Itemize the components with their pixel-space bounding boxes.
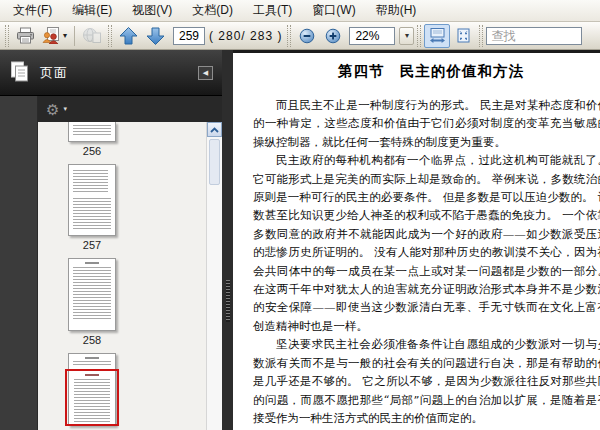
thumbnail-text-lines xyxy=(73,170,108,194)
thumbnail-heading-line xyxy=(85,357,99,359)
thumbnails-list: 256 257 258 xyxy=(38,122,222,430)
paragraph: 民主政府的每种机构都有一个临界点，过此这机构可能就乱了。它可能形式上是完美的而实… xyxy=(253,151,600,335)
menu-bar: 文件(F) 编辑(E) 视图(V) 文档(D) 工具(T) 窗口(W) 帮助(H… xyxy=(0,0,600,22)
toolbar-drag-grip[interactable] xyxy=(479,25,483,47)
menu-document[interactable]: 文档(D) xyxy=(182,0,243,22)
thumbnail-text-lines xyxy=(73,361,111,367)
panel-splitter[interactable] xyxy=(222,50,233,430)
main-area: 页面 ◀ ⚙ ▾ 256 xyxy=(0,50,600,430)
scrollbar-thumb[interactable] xyxy=(209,139,220,185)
thumbnail-text-lines xyxy=(73,125,111,137)
thumbnails-options-bar: ⚙ ▾ xyxy=(38,96,222,122)
gear-icon[interactable]: ⚙ xyxy=(46,102,59,117)
zoom-out-button[interactable] xyxy=(294,24,320,48)
options-caret-icon[interactable]: ▾ xyxy=(63,105,67,113)
pages-panel-body: ⚙ ▾ 256 257 xyxy=(0,96,222,430)
fit-width-icon xyxy=(429,27,446,44)
thumbnail-heading-line xyxy=(85,374,99,376)
thumbnail-column: 256 257 258 xyxy=(68,122,116,426)
review-share-button[interactable]: ▾ xyxy=(38,24,70,48)
toolbar: ▾ xyxy=(0,22,600,50)
thumbnail-text-lines xyxy=(73,198,111,230)
thumbnail-page-257[interactable] xyxy=(68,164,116,236)
current-view-rectangle[interactable] xyxy=(65,369,119,426)
menu-tools[interactable]: 工具(T) xyxy=(243,0,302,22)
toolbar-drag-grip[interactable] xyxy=(417,25,421,47)
panel-collapse-button[interactable]: ◀ xyxy=(198,66,213,80)
print-button[interactable] xyxy=(12,24,38,48)
thumbnail-page-259-current[interactable] xyxy=(68,353,116,426)
toolbar-drag-grip[interactable] xyxy=(287,25,291,47)
globe-document-icon xyxy=(82,27,102,44)
search-input[interactable] xyxy=(486,27,582,45)
printer-icon xyxy=(16,27,35,44)
toolbar-drag-grip[interactable] xyxy=(108,25,112,47)
thumbnails-scrollbar[interactable] xyxy=(206,122,222,430)
toolbar-separator xyxy=(74,26,75,46)
paragraph: 坚决要求民主社会必须准备条件让自愿组成的少数派对一切与少数派有关而不是与一般的社… xyxy=(253,335,600,427)
thumbnail-page-256[interactable] xyxy=(68,122,116,142)
thumbnail-text-lines xyxy=(74,379,110,423)
page-number-input[interactable] xyxy=(173,27,205,45)
zoom-level-input[interactable]: 22% xyxy=(349,27,395,45)
splitter-grip-handle[interactable] xyxy=(226,280,230,322)
review-dropdown-caret-icon[interactable]: ▾ xyxy=(63,32,67,40)
menu-window[interactable]: 窗口(W) xyxy=(302,0,365,22)
web-capture-button xyxy=(79,24,105,48)
review-people-document-icon xyxy=(41,27,61,44)
page-down-arrow-icon xyxy=(145,26,166,46)
menu-view[interactable]: 视图(V) xyxy=(122,0,182,22)
zoom-out-icon xyxy=(299,28,315,44)
pages-sidebar: 页面 ◀ ⚙ ▾ 256 xyxy=(0,50,222,430)
document-page: 第四节 民主的价值和方法 而且民主不止是一种制度行为的形式。 民主是对某种态度和… xyxy=(233,50,600,430)
chevron-up-icon xyxy=(210,127,219,133)
zoom-in-icon xyxy=(325,28,341,44)
menu-file[interactable]: 文件(F) xyxy=(3,0,62,22)
next-page-button[interactable] xyxy=(142,24,169,48)
pages-icon xyxy=(9,61,30,84)
thumbnail-label-257: 257 xyxy=(68,236,116,253)
thumbnails-panel: ⚙ ▾ 256 257 xyxy=(38,96,222,430)
menu-edit[interactable]: 编辑(E) xyxy=(62,0,122,22)
scroll-up-button[interactable] xyxy=(207,122,222,137)
document-body-text: 而且民主不止是一种制度行为的形式。 民主是对某种态度和价值的一种肯定，这些态度和… xyxy=(253,96,592,430)
thumbnail-label-256: 256 xyxy=(68,142,116,159)
navigation-tab-strip xyxy=(0,96,38,430)
page-count-label: ( 280/ 283 ) xyxy=(209,29,282,43)
pages-panel-header: 页面 ◀ xyxy=(0,50,222,96)
zoom-dropdown-caret-icon[interactable]: ▾ xyxy=(399,27,414,45)
previous-page-button[interactable] xyxy=(115,24,142,48)
paragraph: 而且民主不止是一种制度行为的形式。 民主是对某种态度和价值的一种肯定，这些态度和… xyxy=(253,96,600,151)
fit-width-button[interactable] xyxy=(424,24,450,48)
zoom-in-button[interactable] xyxy=(320,24,346,48)
thumbnail-label-258: 258 xyxy=(68,331,116,348)
document-section-title: 第四节 民主的价值和方法 xyxy=(253,62,600,81)
toolbar-drag-grip[interactable] xyxy=(5,25,9,47)
thumbnail-heading-line xyxy=(85,262,99,264)
fit-page-icon xyxy=(455,27,472,44)
menu-help[interactable]: 帮助(H) xyxy=(366,0,427,22)
fit-page-button[interactable] xyxy=(450,24,476,48)
page-up-arrow-icon xyxy=(118,26,139,46)
thumbnail-text-lines xyxy=(73,267,111,321)
thumbnail-page-258[interactable] xyxy=(68,258,116,331)
pages-panel-title: 页面 xyxy=(40,64,68,82)
